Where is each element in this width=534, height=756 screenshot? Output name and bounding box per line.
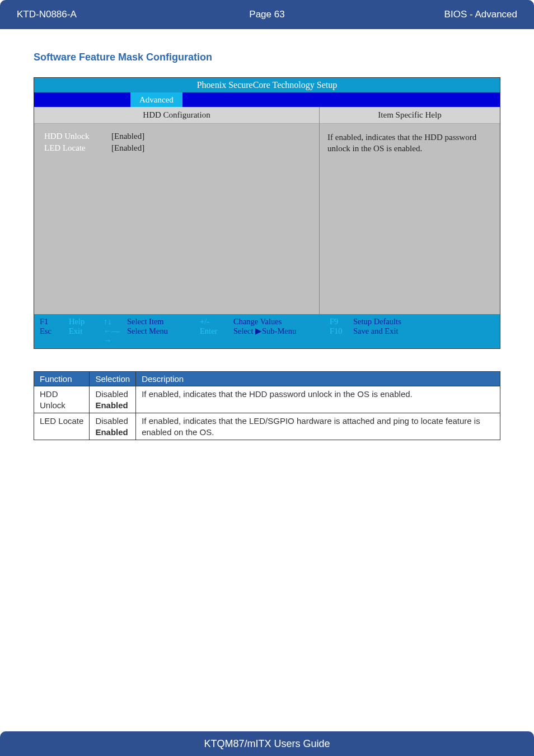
footer-text: KTQM87/mITX Users Guide xyxy=(204,738,330,750)
setting-row[interactable]: HDD Unlock [Enabled] xyxy=(44,132,309,141)
key-f1: F1 xyxy=(40,317,69,326)
cell-function: LED Locate xyxy=(34,413,90,440)
cell-selection: Disabled Enabled xyxy=(90,386,136,413)
sel-enabled: Enabled xyxy=(95,427,128,437)
key-esc: Esc xyxy=(40,326,69,346)
page-number: Page 63 xyxy=(174,9,360,20)
setting-label: LED Locate xyxy=(44,143,111,153)
bios-settings: HDD Unlock [Enabled] LED Locate [Enabled… xyxy=(34,124,319,314)
setting-label: HDD Unlock xyxy=(44,132,111,141)
key-f10: F10 xyxy=(330,326,353,346)
bios-left-header: HDD Configuration xyxy=(34,107,319,124)
bios-body: HDD Configuration HDD Unlock [Enabled] L… xyxy=(34,107,500,314)
key-plusminus: +/- xyxy=(200,317,233,326)
legend-row: Esc Exit ←—→ Select Menu Enter Select ▶S… xyxy=(40,326,494,346)
bios-right-panel: Item Specific Help If enabled, indicates… xyxy=(320,107,500,314)
sel-enabled: Enabled xyxy=(95,400,128,410)
cell-description: If enabled, indicates that the HDD passw… xyxy=(136,386,500,413)
table-row: HDD Unlock Disabled Enabled If enabled, … xyxy=(34,386,500,413)
bios-help-text: If enabled, indicates that the HDD passw… xyxy=(320,124,500,314)
key-select-menu: Select Menu xyxy=(127,326,200,346)
key-change-values: Change Values xyxy=(233,317,330,326)
doc-id: KTD-N0886-A xyxy=(17,9,174,20)
tab-advanced[interactable]: Advanced xyxy=(130,92,182,107)
key-exit: Exit xyxy=(69,326,104,346)
bios-screenshot: Phoenix SecureCore Technology Setup Adva… xyxy=(34,77,500,349)
key-enter: Enter xyxy=(200,326,233,346)
key-updown: ↑↓ xyxy=(104,317,127,326)
bios-right-header: Item Specific Help xyxy=(320,107,500,124)
bios-left-panel: HDD Configuration HDD Unlock [Enabled] L… xyxy=(34,107,320,314)
setting-row[interactable]: LED Locate [Enabled] xyxy=(44,143,309,153)
setting-value: [Enabled] xyxy=(111,132,144,141)
setting-value: [Enabled] xyxy=(111,143,144,153)
page-header: KTD-N0886-A Page 63 BIOS - Advanced xyxy=(0,0,534,29)
bios-title: Phoenix SecureCore Technology Setup xyxy=(34,78,500,92)
key-setup-defaults: Setup Defaults xyxy=(353,317,401,326)
function-table: Function Selection Description HDD Unloc… xyxy=(34,371,500,440)
bios-tab-bar: Advanced xyxy=(34,92,500,107)
content: Software Feature Mask Configuration Phoe… xyxy=(0,29,534,440)
tab-spacer xyxy=(34,92,130,107)
cell-description: If enabled, indicates that the LED/SGPIO… xyxy=(136,413,500,440)
key-f9: F9 xyxy=(330,317,353,326)
key-select-submenu: Select ▶Sub-Menu xyxy=(233,326,330,346)
col-function: Function xyxy=(34,372,90,386)
page-footer: KTQM87/mITX Users Guide xyxy=(0,731,534,756)
cell-function: HDD Unlock xyxy=(34,386,90,413)
key-leftright: ←—→ xyxy=(104,326,127,346)
key-select-item: Select Item xyxy=(127,317,200,326)
bios-key-legend: F1 Help ↑↓ Select Item +/- Change Values… xyxy=(34,314,500,348)
key-help: Help xyxy=(69,317,104,326)
legend-row: F1 Help ↑↓ Select Item +/- Change Values… xyxy=(40,317,494,326)
sel-disabled: Disabled xyxy=(95,389,128,399)
key-save-exit: Save and Exit xyxy=(353,326,399,346)
table-row: LED Locate Disabled Enabled If enabled, … xyxy=(34,413,500,440)
cell-selection: Disabled Enabled xyxy=(90,413,136,440)
section-title: Software Feature Mask Configuration xyxy=(34,52,500,63)
col-description: Description xyxy=(136,372,500,386)
col-selection: Selection xyxy=(90,372,136,386)
sel-disabled: Disabled xyxy=(95,416,128,426)
table-header-row: Function Selection Description xyxy=(34,372,500,386)
header-section: BIOS - Advanced xyxy=(360,9,517,20)
